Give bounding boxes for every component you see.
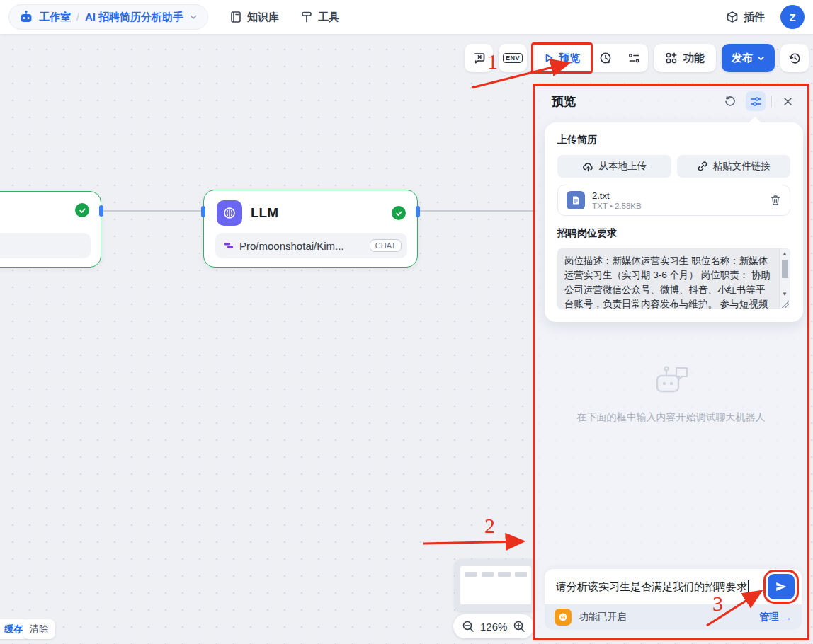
preview-panel-header: 预览 (535, 86, 807, 117)
node-success-check-icon (392, 206, 406, 220)
breadcrumb[interactable]: 工作室 / AI 招聘简历分析助手 (8, 4, 208, 30)
upload-local-button[interactable]: 从本地上传 (557, 155, 671, 178)
output-port[interactable] (416, 206, 420, 217)
env-variables-button[interactable]: ENV (499, 44, 527, 72)
breadcrumb-separator: / (76, 11, 79, 23)
workflow-node-llm[interactable]: LLM Pro/moonshotai/Kim... CHAT (203, 190, 418, 268)
manage-features-link[interactable]: 管理 → (760, 611, 792, 623)
features-button[interactable]: 功能 (654, 44, 716, 72)
file-document-icon (567, 191, 585, 209)
zoom-out-icon[interactable] (462, 620, 474, 633)
divider (771, 96, 772, 107)
comment-x-icon (472, 52, 486, 65)
nav-item-label: 知识库 (247, 11, 279, 24)
canvas-toolbar: ENV 预览 功能 (465, 44, 809, 72)
breadcrumb-project[interactable]: AI 招聘简历分析助手 (85, 11, 183, 24)
model-name: Pro/moonshotai/Kim... (239, 240, 364, 252)
node-success-check-icon (75, 203, 89, 217)
edge-llm-to-right (416, 210, 537, 212)
nav-item-plugins[interactable]: 插件 (726, 11, 765, 24)
model-type-badge: CHAT (370, 239, 402, 252)
delete-file-button[interactable] (770, 195, 781, 206)
workflow-node-start[interactable] (0, 191, 101, 268)
inputs-card: 上传简历 从本地上传 粘贴文件链接 2.txt TXT • 2.58KB (545, 122, 803, 322)
bot-logo-icon (19, 10, 33, 24)
reset-conversation-button[interactable] (720, 91, 740, 111)
minimap[interactable] (455, 559, 537, 611)
zoom-in-icon[interactable] (513, 620, 525, 633)
close-panel-button[interactable] (778, 91, 797, 111)
minimap-node (465, 572, 477, 577)
publish-button[interactable]: 发布 (722, 44, 775, 72)
resize-handle[interactable] (782, 301, 789, 308)
clear-conversation-button[interactable] (465, 44, 493, 72)
manage-label: 管理 (760, 611, 779, 623)
arrow-right-icon: → (783, 612, 792, 623)
feature-quote-icon (555, 609, 572, 626)
history-clock-icon (788, 52, 802, 65)
model-provider-icon (224, 241, 234, 251)
paste-link-label: 粘贴文件链接 (713, 160, 771, 173)
package-box-icon (726, 11, 739, 23)
features-status-bar: 功能已开启 管理 → (545, 604, 802, 630)
minimap-node (482, 572, 494, 577)
job-requirements-text: 岗位描述：新媒体运营实习生 职位名称：新媒体运营实习生（实习期 3-6 个月） … (564, 255, 771, 309)
link-icon (697, 161, 708, 172)
paste-link-button[interactable]: 粘贴文件链接 (677, 155, 791, 178)
publish-label: 发布 (732, 52, 753, 65)
clear-button[interactable]: 清除 (23, 619, 55, 639)
node-config-pill[interactable] (0, 233, 91, 258)
task-list-button[interactable] (620, 44, 648, 72)
features-status-text: 功能已开启 (579, 611, 627, 623)
edge-left-to-llm (101, 210, 205, 212)
nav-item-knowledge[interactable]: 知识库 (229, 11, 279, 24)
breadcrumb-workspace[interactable]: 工作室 (39, 11, 71, 24)
input-settings-button[interactable] (746, 91, 766, 111)
version-history-button[interactable] (780, 44, 809, 72)
chat-empty-state: 在下面的框中输入内容开始调试聊天机器人 (535, 366, 807, 424)
preview-label: 预览 (559, 52, 580, 65)
uploaded-file-card: 2.txt TXT • 2.58KB (557, 185, 790, 216)
chevron-down-icon[interactable] (189, 13, 198, 21)
book-icon (229, 11, 242, 23)
checklist-icon (627, 52, 641, 65)
scrollbar[interactable]: ▲ ▼ (779, 249, 790, 309)
scroll-thumb[interactable] (782, 260, 788, 278)
preview-button[interactable]: 预览 (533, 44, 591, 72)
nav-item-tools[interactable]: 工具 (300, 11, 339, 24)
text-caret (748, 580, 749, 592)
chat-empty-hint: 在下面的框中输入内容开始调试聊天机器人 (577, 411, 766, 424)
scroll-down-icon[interactable]: ▼ (782, 289, 788, 299)
chat-input-card: 请分析该实习生是否满足我们的招聘要求 功能已开启 管理 → (545, 569, 802, 630)
hammer-tool-icon (300, 11, 313, 23)
play-icon (544, 53, 554, 63)
nav-item-label: 工具 (318, 11, 339, 24)
input-port[interactable] (201, 206, 205, 217)
minimap-node (515, 572, 528, 577)
model-selector[interactable]: Pro/moonshotai/Kim... CHAT (215, 233, 407, 258)
preview-panel: 预览 上传简历 从本地上传 (533, 84, 809, 640)
llm-node-icon (217, 200, 242, 226)
zoom-control: 126% (453, 614, 534, 638)
nav-item-label: 插件 (744, 11, 765, 24)
output-port[interactable] (99, 205, 103, 217)
clear-label: 清除 (30, 623, 48, 636)
apps-plus-icon (665, 52, 678, 64)
chat-input-text: 请分析该实习生是否满足我们的招聘要求 (556, 580, 747, 592)
cloud-upload-icon (582, 161, 594, 173)
chat-input[interactable]: 请分析该实习生是否满足我们的招聘要求 (556, 580, 768, 594)
minimap-node (498, 572, 511, 577)
chevron-down-icon (757, 54, 765, 62)
preview-panel-title: 预览 (552, 93, 576, 110)
scroll-up-icon[interactable]: ▲ (782, 249, 788, 258)
top-navbar: 工作室 / AI 招聘简历分析助手 知识库 工具 插件 Z (0, 0, 813, 34)
run-group: 预览 (533, 44, 648, 72)
run-history-button[interactable] (591, 44, 620, 72)
job-requirements-textarea[interactable]: 岗位描述：新媒体运营实习生 职位名称：新媒体运营实习生（实习期 3-6 个月） … (557, 248, 790, 309)
clock-run-icon (599, 52, 613, 65)
user-avatar[interactable]: Z (780, 5, 805, 29)
send-button[interactable] (768, 574, 795, 599)
upload-section-label: 上传简历 (557, 134, 790, 146)
minimap-viewport (460, 566, 531, 604)
env-icon: ENV (503, 53, 523, 63)
